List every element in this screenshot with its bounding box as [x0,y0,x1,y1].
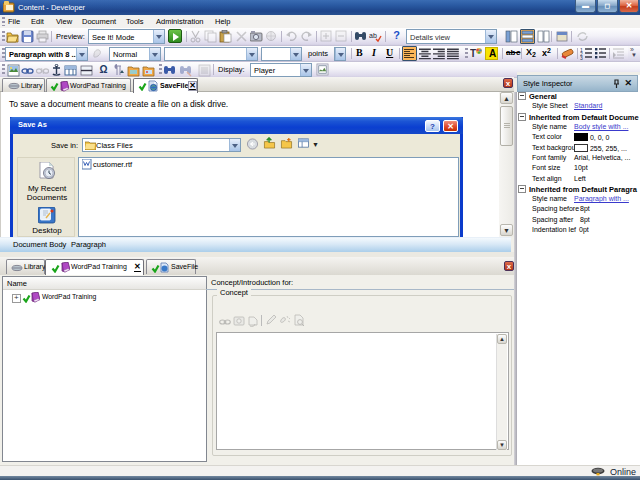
svg-text:3: 3 [580,55,583,60]
svg-text:ab: ab [369,32,377,39]
svg-text:T: T [470,48,476,59]
